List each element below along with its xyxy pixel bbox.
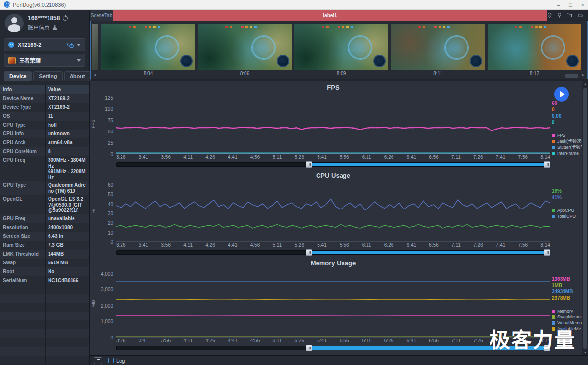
plot-area[interactable] — [116, 93, 550, 154]
scrollbar-left-handle[interactable] — [306, 249, 312, 256]
legend-label: TotalCPU — [557, 213, 576, 219]
scene-thumbnail[interactable]: 8:04 — [101, 24, 195, 79]
scrollbar-selected-range[interactable] — [309, 163, 550, 166]
thumbnail-image — [488, 24, 581, 70]
info-value: No — [45, 267, 89, 276]
person-icon — [52, 25, 57, 30]
scroll-down-arrow-icon[interactable]: ▼ — [582, 351, 588, 354]
y-tick-label: 2,000 — [101, 303, 113, 308]
close-button[interactable]: × — [581, 0, 584, 9]
vertical-scrollbar[interactable]: ▲ ▼ — [582, 81, 588, 355]
y-tick-label: 20 — [108, 220, 113, 226]
top-toolbar — [547, 10, 588, 21]
scrollbar-right-handle[interactable] — [544, 161, 550, 168]
minimize-button[interactable]: – — [557, 0, 560, 9]
time-range-scrollbar[interactable] — [116, 346, 550, 350]
y-tick-label: 75 — [108, 118, 113, 123]
scrollbar-left-handle[interactable] — [306, 161, 312, 168]
series-TotalCPU — [116, 199, 550, 210]
thumbnail-scrollbar-thumb[interactable] — [565, 74, 578, 78]
legend-item[interactable]: Jank(卡顿次数) — [552, 138, 582, 144]
legend-item[interactable]: SwapMemory — [552, 314, 582, 320]
series-AppCPU — [116, 224, 550, 228]
folder-icon[interactable] — [566, 12, 572, 19]
x-tick-label: 4:41 — [228, 155, 237, 160]
vertical-scrollbar-thumb[interactable] — [583, 88, 587, 349]
link-icon[interactable] — [67, 43, 74, 47]
tab-device[interactable]: Device — [4, 71, 32, 81]
scroll-left-arrow-icon[interactable]: ◄ — [93, 73, 97, 77]
x-tick-label: 4:41 — [228, 242, 237, 248]
time-range-scrollbar[interactable] — [116, 162, 550, 167]
device-select[interactable]: XT2169-2 — [4, 38, 85, 51]
minimap — [180, 55, 193, 67]
x-tick-label: 8:14 — [540, 155, 550, 160]
account-info-label[interactable]: 账户信息 — [28, 24, 49, 31]
legend-item[interactable]: Stutter(卡顿率) — [552, 144, 582, 150]
scrollbar-right-handle[interactable] — [544, 345, 550, 351]
scrollbar-left-handle[interactable] — [306, 345, 312, 351]
x-tick-label: 8:14 — [540, 338, 550, 343]
info-value: 6.43 in — [45, 232, 89, 241]
avatar[interactable] — [5, 14, 24, 32]
legend-item[interactable]: AppCPU — [552, 208, 582, 213]
legend-label: VirtualMemory — [557, 320, 582, 326]
info-label: CPU Freq — [0, 156, 45, 181]
scene-thumbnail[interactable]: 8:09 — [294, 24, 388, 79]
legend-item[interactable]: AvailableMe... — [552, 326, 582, 332]
maximize-button[interactable]: □ — [569, 0, 572, 9]
scene-tab[interactable]: SceneTab — [90, 10, 113, 21]
scene-thumbnail[interactable]: 8:11 — [391, 24, 485, 79]
scrollbar-right-handle[interactable] — [544, 249, 550, 256]
log-toggle[interactable]: Log — [108, 358, 125, 364]
y-axis-label: % — [90, 181, 97, 242]
cloud-icon[interactable] — [577, 12, 583, 19]
plot-area[interactable] — [116, 181, 550, 242]
legend-item[interactable]: VirtualMemory — [552, 320, 582, 326]
scene-label-bar[interactable]: label1 — [113, 10, 547, 21]
x-tick-label: 7:26 — [473, 242, 483, 248]
scrollbar-selected-range[interactable] — [309, 251, 550, 254]
tab-setting[interactable]: Setting — [33, 71, 62, 81]
log-checkbox[interactable] — [108, 358, 114, 363]
tab-about[interactable]: About — [64, 71, 91, 81]
y-tick-label: 125 — [105, 95, 113, 101]
scene-thumbnail[interactable]: 8:06 — [198, 24, 292, 79]
power-icon[interactable] — [63, 16, 68, 21]
balloon-pin-icon[interactable] — [557, 12, 562, 19]
location-pin-icon[interactable] — [547, 12, 552, 19]
x-tick-label: 3:26 — [116, 242, 125, 248]
current-value: 34934MB — [552, 288, 582, 295]
x-tick-label: 6:26 — [384, 242, 393, 248]
plot-area[interactable] — [116, 269, 550, 338]
series-FPS — [116, 127, 550, 130]
info-value: XT2169-2 — [45, 94, 89, 103]
app-select[interactable]: 王者荣耀 — [4, 54, 85, 67]
thumbnail-image — [198, 24, 292, 70]
table-row: OpenGLOpenGL ES 3.2 V@0530.0 (GIT@5a9022… — [0, 195, 89, 214]
legend-item[interactable]: TotalCPU — [552, 213, 582, 219]
legend-item[interactable]: Memory — [552, 308, 582, 314]
info-label: CPU Arch — [0, 138, 45, 147]
legend-item[interactable]: FPS — [552, 132, 582, 138]
x-tick-label: 6:41 — [407, 338, 416, 343]
scroll-up-arrow-icon[interactable]: ▲ — [582, 82, 588, 86]
scene-thumbnail[interactable]: 8:12 — [488, 24, 581, 79]
x-tick-label: 4:11 — [183, 155, 193, 160]
scroll-right-arrow-icon[interactable]: ► — [581, 73, 585, 77]
play-button[interactable] — [554, 87, 569, 102]
minimap — [373, 55, 386, 67]
partial-thumbnail[interactable] — [92, 24, 98, 70]
info-label: OS — [0, 112, 45, 121]
x-tick-label: 3:41 — [139, 242, 148, 248]
y-axis-ticks: 01,0002,0003,0004,000 — [97, 269, 116, 338]
info-value: XT2169-2 — [45, 103, 89, 112]
time-range-scrollbar[interactable] — [116, 250, 550, 255]
x-tick-label: 7:56 — [518, 155, 528, 160]
title-bar: PerfDog(v6.0.210836) – □ × — [0, 0, 588, 10]
scrollbar-selected-range[interactable] — [309, 346, 550, 350]
x-tick-label: 6:56 — [429, 155, 438, 160]
table-row: Device NameXT2169-2 — [0, 94, 89, 103]
x-axis-ticks: 3:263:413:564:114:264:414:565:115:265:41… — [116, 154, 550, 160]
expand-panel-button[interactable] — [94, 357, 102, 364]
